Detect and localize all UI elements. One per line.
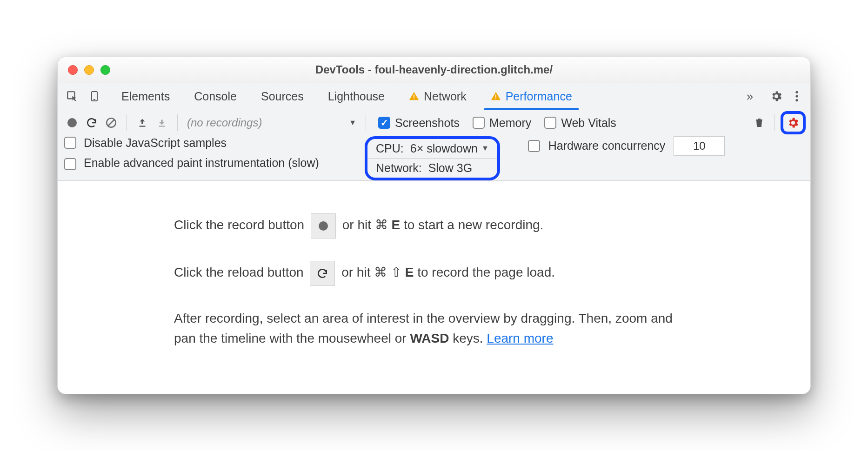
cpu-throttle-select[interactable]: CPU: 6× slowdown▼ [367, 139, 497, 159]
empty-state-instructions: Click the record button or hit ⌘ E to st… [58, 181, 810, 394]
window-title: DevTools - foul-heavenly-direction.glitc… [58, 63, 810, 76]
tab-network[interactable]: Network [397, 83, 479, 110]
tab-sources[interactable]: Sources [249, 83, 316, 110]
collect-garbage-icon[interactable] [749, 113, 769, 133]
web-vitals-checkbox[interactable]: Web Vitals [544, 116, 616, 130]
checkbox-icon [544, 117, 556, 129]
capture-settings-highlight [781, 111, 806, 134]
svg-rect-4 [414, 99, 414, 99]
svg-point-9 [795, 99, 798, 101]
performance-toolbar: (no recordings) ▼ Screenshots Memory Web… [58, 110, 810, 136]
throttling-highlight: CPU: 6× slowdown▼ Network: Slow 3G [365, 136, 500, 180]
settings-gear-icon[interactable] [767, 86, 786, 106]
learn-more-link[interactable]: Learn more [487, 331, 553, 345]
save-profile-icon[interactable] [152, 113, 172, 133]
svg-rect-5 [495, 94, 496, 97]
checkbox-icon [473, 117, 485, 129]
dropdown-caret-icon: ▼ [481, 144, 489, 153]
record-button[interactable] [62, 113, 82, 133]
checkbox-icon[interactable] [64, 158, 76, 170]
checkbox-icon[interactable] [528, 140, 540, 152]
tab-performance[interactable]: Performance [479, 83, 584, 110]
more-tabs-button[interactable]: » [737, 83, 763, 110]
recordings-label: (no recordings) [187, 116, 262, 129]
load-profile-icon[interactable] [133, 113, 152, 133]
svg-point-10 [67, 118, 77, 127]
instruction-reload: Click the reload button or hit ⌘ ⇧ E to … [174, 261, 694, 286]
reload-record-button[interactable] [82, 113, 101, 133]
window-controls [68, 65, 110, 75]
hw-concurrency-input[interactable] [674, 136, 725, 156]
reload-icon [310, 261, 335, 286]
inspect-element-icon[interactable] [62, 86, 82, 106]
instruction-zoom: After recording, select an area of inter… [174, 308, 694, 349]
screenshots-checkbox[interactable]: Screenshots [378, 116, 460, 130]
disable-js-label: Disable JavaScript samples [84, 136, 227, 150]
capture-settings-gear-icon[interactable] [785, 115, 801, 131]
svg-rect-6 [495, 99, 496, 99]
recordings-dropdown[interactable]: (no recordings) ▼ [183, 116, 360, 129]
svg-point-17 [319, 221, 328, 231]
capture-settings-panel: Disable JavaScript samples Enable advanc… [58, 136, 810, 181]
advanced-paint-label: Enable advanced paint instrumentation (s… [84, 156, 319, 170]
device-toggle-icon[interactable] [85, 86, 104, 106]
tab-console[interactable]: Console [182, 83, 249, 110]
clear-button[interactable] [101, 113, 121, 133]
network-throttle-select[interactable]: Network: Slow 3G [367, 159, 497, 178]
svg-line-12 [108, 120, 114, 126]
kebab-menu-icon[interactable] [787, 86, 807, 106]
svg-rect-13 [140, 126, 146, 127]
hw-concurrency-label: Hardware concurrency [548, 139, 666, 153]
record-icon [311, 213, 336, 239]
instruction-record: Click the record button or hit ⌘ E to st… [174, 213, 694, 239]
devtools-window: DevTools - foul-heavenly-direction.glitc… [57, 57, 811, 395]
tab-lighthouse[interactable]: Lighthouse [316, 83, 397, 110]
close-window-button[interactable] [68, 65, 78, 75]
memory-checkbox[interactable]: Memory [473, 116, 531, 130]
tab-elements[interactable]: Elements [109, 83, 182, 110]
svg-point-7 [795, 91, 798, 93]
checkbox-icon[interactable] [64, 137, 76, 149]
svg-point-8 [795, 95, 798, 98]
zoom-window-button[interactable] [100, 65, 110, 75]
dropdown-caret-icon: ▼ [349, 119, 356, 127]
minimize-window-button[interactable] [84, 65, 94, 75]
svg-rect-14 [159, 126, 165, 127]
svg-rect-3 [414, 94, 414, 97]
devtools-tabstrip: ElementsConsoleSourcesLighthouseNetworkP… [58, 83, 810, 110]
svg-rect-16 [756, 119, 762, 120]
checkbox-icon [378, 117, 390, 129]
titlebar: DevTools - foul-heavenly-direction.glitc… [58, 57, 810, 83]
